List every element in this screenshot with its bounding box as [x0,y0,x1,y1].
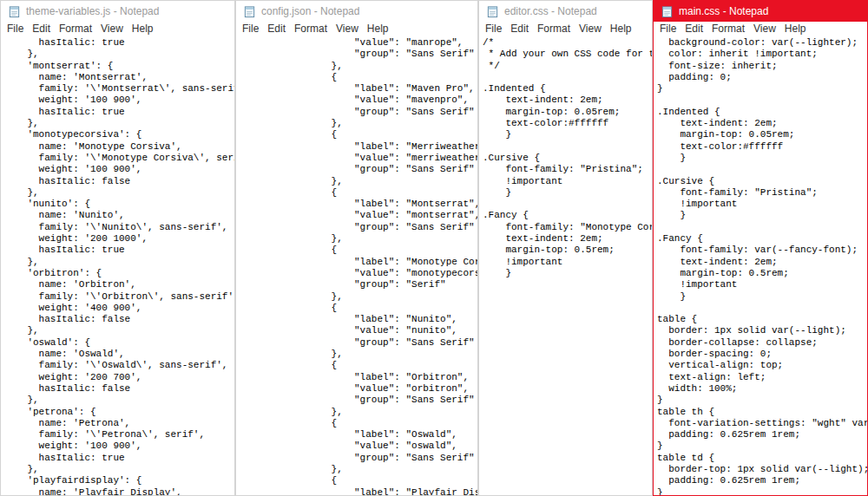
menu-view[interactable]: View [96,22,128,36]
window-title: editor.css - Notepad [504,5,597,17]
menu-file[interactable]: File [655,22,681,36]
menu-edit[interactable]: Edit [28,22,55,36]
menu-help[interactable]: Help [606,22,636,36]
window-title: config.json - Notepad [261,5,359,17]
menu-view[interactable]: View [575,22,606,36]
menu-format[interactable]: Format [707,22,749,36]
title-bar[interactable]: main.css - Notepad [654,1,867,22]
menu-bar: FileEditFormatViewHelp [654,22,867,36]
editor-content[interactable]: hasItalic: true }, 'montserrat': { name:… [1,36,234,496]
menu-help[interactable]: Help [128,22,158,36]
menu-view[interactable]: View [332,22,363,36]
menu-edit[interactable]: Edit [506,22,533,36]
menu-format[interactable]: Format [55,22,96,36]
menu-file[interactable]: File [481,22,506,36]
notepad-icon [661,5,674,18]
title-bar[interactable]: theme-variables.js - Notepad [1,1,234,22]
notepad-window-config-json: config.json - Notepad FileEditFormatView… [235,0,478,496]
menu-file[interactable]: File [238,22,263,36]
notepad-icon [8,5,21,18]
menu-bar: FileEditFormatViewHelp [1,22,234,36]
notepad-window-main-css: main.css - Notepad FileEditFormatViewHel… [653,0,868,496]
editor-content[interactable]: /* * Add your own CSS code for the */ .I… [479,36,652,496]
title-bar[interactable]: editor.css - Notepad [479,1,652,22]
notepad-icon [486,5,499,18]
notepad-window-theme-variables: theme-variables.js - Notepad FileEditFor… [0,0,235,496]
menu-edit[interactable]: Edit [263,22,290,36]
menu-view[interactable]: View [749,22,780,36]
menu-edit[interactable]: Edit [681,22,707,36]
menu-format[interactable]: Format [290,22,332,36]
notepad-icon [243,5,256,18]
notepad-window-editor-css: editor.css - Notepad FileEditFormatViewH… [478,0,653,496]
menu-bar: FileEditFormatViewHelp [236,22,477,36]
editor-content[interactable]: background-color: var(--lighter); color:… [654,36,867,496]
editor-content[interactable]: "value": "manrope", "group": "Sans Serif… [236,36,477,496]
menu-help[interactable]: Help [363,22,393,36]
window-title: theme-variables.js - Notepad [26,5,159,17]
window-title: main.css - Notepad [679,5,768,17]
menu-format[interactable]: Format [533,22,575,36]
title-bar[interactable]: config.json - Notepad [236,1,477,22]
menu-file[interactable]: File [3,22,28,36]
menu-bar: FileEditFormatViewHelp [479,22,652,36]
menu-help[interactable]: Help [780,22,811,36]
